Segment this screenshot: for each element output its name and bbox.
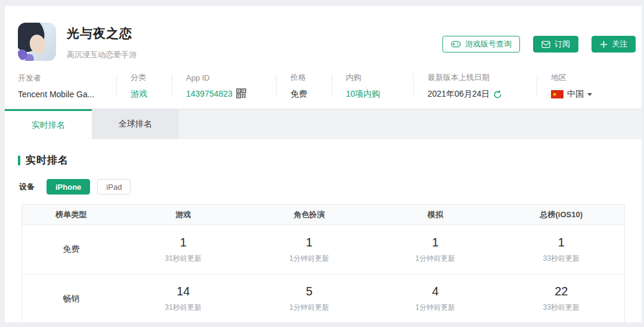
- info-value-text: 中国: [567, 89, 584, 100]
- table-header-cell: 角色扮演: [246, 209, 372, 220]
- rank-cell: 133秒前更新: [499, 236, 624, 264]
- info-item: 分类游戏: [131, 72, 158, 100]
- rank-value: 4: [372, 285, 498, 298]
- info-value: 2021年06月24日: [428, 89, 523, 100]
- info-item: 内购10项内购: [346, 72, 400, 100]
- device-filter-label: 设备: [19, 181, 35, 192]
- info-value-text: 2021年06月24日: [428, 89, 490, 100]
- info-label: App ID: [186, 73, 262, 82]
- info-label: 价格: [290, 72, 318, 83]
- rank-value: 5: [246, 285, 372, 298]
- device-button-ipad[interactable]: iPad: [97, 179, 131, 195]
- realtime-rank-panel: 实时排名 设备 iPhoneiPad 榜单类型游戏角色扮演模拟总榜(iOS10)…: [5, 139, 642, 322]
- rank-value: 22: [499, 285, 624, 298]
- app-title: 光与夜之恋: [67, 25, 137, 42]
- info-value-text: Tencent Mobile Ga...: [18, 90, 94, 99]
- info-value: 免费: [290, 89, 318, 100]
- rank-updated-time: 33秒前更新: [499, 254, 624, 264]
- info-label: 开发者: [18, 73, 103, 84]
- info-value[interactable]: 1439754823: [186, 88, 262, 98]
- info-value-text: 10项内购: [346, 89, 380, 100]
- app-subtitle: 高沉浸互动恋爱手游: [67, 50, 137, 60]
- rank-cell: 131秒前更新: [120, 236, 246, 264]
- table-header-cell: 游戏: [120, 209, 246, 220]
- rank-value: 14: [120, 285, 246, 298]
- info-item: 开发者Tencent Mobile Ga...: [18, 73, 103, 99]
- info-divider: [276, 75, 277, 97]
- table-header-cell: 总榜(iOS10): [499, 209, 624, 220]
- rank-cell: 2233秒前更新: [499, 285, 624, 313]
- section-title: 实时排名: [18, 153, 642, 167]
- app-header-card: 光与夜之恋 高沉浸互动恋爱手游 游戏版号查询 订阅 关注: [5, 6, 642, 109]
- rank-type-label: 免费: [22, 244, 120, 255]
- rank-type-label: 畅销: [22, 294, 120, 304]
- version-query-label: 游戏版号查询: [465, 39, 512, 50]
- table-header-cell: 模拟: [372, 209, 498, 220]
- china-flag-icon: ★: [551, 90, 564, 98]
- rank-cell: 11分钟前更新: [246, 236, 372, 264]
- follow-button[interactable]: 关注: [592, 36, 636, 53]
- info-label: 地区: [551, 72, 592, 83]
- device-button-iphone[interactable]: iPhone: [47, 179, 90, 195]
- table-header-row: 榜单类型游戏角色扮演模拟总榜(iOS10): [22, 205, 624, 225]
- table-row: 免费131秒前更新11分钟前更新11分钟前更新133秒前更新: [22, 225, 624, 274]
- info-item: App ID1439754823: [186, 73, 262, 98]
- info-label: 分类: [131, 72, 158, 83]
- rank-cell: 1431秒前更新: [120, 285, 246, 313]
- rank-value: 1: [246, 236, 372, 249]
- header-actions: 游戏版号查询 订阅 关注: [442, 36, 636, 53]
- tab-realtime-rank[interactable]: 实时排名: [5, 109, 92, 139]
- gamepad-icon: [451, 40, 461, 48]
- table-row: 畅销1431秒前更新51分钟前更新41分钟前更新2233秒前更新: [22, 274, 624, 323]
- follow-label: 关注: [612, 39, 627, 50]
- info-label: 内购: [346, 72, 400, 83]
- version-query-button[interactable]: 游戏版号查询: [442, 36, 520, 53]
- info-item: 地区★中国: [551, 72, 592, 100]
- subscribe-button[interactable]: 订阅: [533, 36, 578, 53]
- info-divider: [172, 75, 172, 97]
- rank-updated-time: 1分钟前更新: [246, 254, 372, 264]
- rank-value: 1: [499, 236, 624, 249]
- refresh-icon[interactable]: [493, 90, 502, 99]
- qr-code-icon[interactable]: [236, 88, 246, 98]
- info-item: 价格免费: [290, 72, 318, 100]
- rank-value: 1: [120, 236, 246, 249]
- app-title-block: 光与夜之恋 高沉浸互动恋爱手游: [67, 23, 137, 61]
- tab-global-rank[interactable]: 全球排名: [92, 109, 179, 139]
- info-value-text: 1439754823: [186, 89, 233, 98]
- app-icon-art: [18, 44, 39, 61]
- info-value[interactable]: ★中国: [551, 89, 592, 100]
- device-buttons: iPhoneiPad: [47, 179, 138, 195]
- app-icon: [18, 23, 56, 61]
- plus-icon: [600, 41, 608, 48]
- info-value-text: 游戏: [131, 89, 147, 100]
- rank-updated-time: 1分钟前更新: [372, 303, 498, 313]
- rank-updated-time: 33秒前更新: [499, 303, 624, 313]
- section-title-text: 实时排名: [26, 153, 69, 167]
- info-item: 最新版本上线日期2021年06月24日: [428, 72, 523, 100]
- section-accent-bar: [18, 156, 20, 165]
- rank-cell: 11分钟前更新: [372, 236, 498, 264]
- rank-table: 榜单类型游戏角色扮演模拟总榜(iOS10)免费131秒前更新11分钟前更新11分…: [21, 204, 625, 323]
- info-value: Tencent Mobile Ga...: [18, 90, 103, 99]
- rank-value: 1: [372, 236, 498, 249]
- app-info-row: 开发者Tencent Mobile Ga...分类游戏App ID1439754…: [18, 72, 642, 100]
- rank-updated-time: 1分钟前更新: [372, 254, 498, 264]
- info-value[interactable]: 10项内购: [346, 89, 400, 100]
- info-divider: [116, 75, 117, 97]
- subscribe-label: 订阅: [555, 39, 570, 50]
- info-divider: [537, 75, 537, 97]
- envelope-icon: [541, 41, 550, 48]
- rank-updated-time: 1分钟前更新: [246, 303, 372, 313]
- rank-cell: 41分钟前更新: [372, 285, 498, 313]
- chevron-down-icon: [587, 93, 592, 98]
- rank-cell: 51分钟前更新: [246, 285, 372, 313]
- table-header-cell: 榜单类型: [22, 209, 120, 220]
- flag-star: ★: [552, 90, 557, 98]
- info-divider: [413, 75, 414, 97]
- info-label: 最新版本上线日期: [428, 72, 523, 83]
- info-value[interactable]: 游戏: [131, 89, 158, 100]
- rank-updated-time: 31秒前更新: [120, 303, 246, 313]
- rank-updated-time: 31秒前更新: [120, 254, 246, 264]
- info-divider: [332, 75, 332, 97]
